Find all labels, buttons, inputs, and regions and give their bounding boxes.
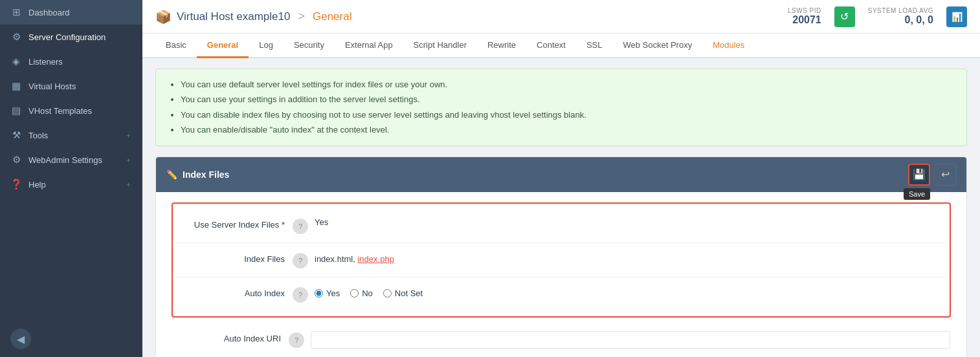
- sidebar-item-label: Tools: [28, 131, 48, 140]
- save-button[interactable]: 💾: [908, 164, 930, 186]
- tab-script-handler[interactable]: Script Handler: [403, 34, 477, 58]
- tab-security[interactable]: Security: [284, 34, 335, 58]
- content-area: You can use default server level setting…: [142, 58, 980, 357]
- breadcrumb-subtitle[interactable]: General: [313, 10, 351, 23]
- auto-index-uri-input[interactable]: [311, 331, 950, 349]
- load-block: SYSTEM LOAD AVG 0, 0, 0: [868, 7, 933, 26]
- auto-index-uri-label: Auto Index URI: [172, 331, 289, 343]
- virtual-hosts-icon: ▦: [10, 80, 22, 92]
- highlighted-fields-group: Use Server Index Files * ? Yes Index Fil…: [172, 202, 951, 318]
- info-bullet-2: You can use your settings in addition to…: [181, 92, 955, 107]
- index-html-text: index.html,: [315, 254, 357, 264]
- sidebar-item-tools[interactable]: ⚒ Tools ＋: [0, 123, 142, 147]
- tab-web-socket-proxy[interactable]: Web Socket Proxy: [612, 34, 702, 58]
- auto-index-label: Auto Index: [176, 286, 293, 298]
- auto-index-no-option[interactable]: No: [350, 288, 373, 298]
- refresh-button[interactable]: ↺: [834, 6, 855, 27]
- tools-expand-icon: ＋: [125, 131, 132, 140]
- index-php-link[interactable]: index.php: [357, 254, 394, 264]
- sidebar-item-label: Virtual Hosts: [28, 81, 76, 91]
- auto-index-not-set-radio[interactable]: [383, 289, 392, 298]
- info-bullet-3: You can disable index files by choosing …: [181, 107, 955, 122]
- webadmin-expand-icon: ＋: [125, 155, 132, 165]
- section-title-group: ✏️ Index Files: [166, 169, 229, 180]
- use-server-index-files-help[interactable]: ?: [293, 219, 308, 234]
- tools-icon: ⚒: [10, 129, 22, 141]
- page-title: Virtual Host example10: [177, 10, 290, 23]
- pid-label: LSWS PID: [788, 7, 821, 14]
- tab-log[interactable]: Log: [249, 34, 284, 58]
- undo-button[interactable]: ↩: [934, 164, 956, 186]
- stats-button[interactable]: 📊: [946, 6, 967, 27]
- auto-index-uri-help[interactable]: ?: [289, 332, 304, 348]
- dashboard-icon: ⊞: [10, 6, 22, 18]
- auto-index-help[interactable]: ?: [293, 287, 308, 303]
- info-bullet-4: You can enable/disable "auto index" at t…: [181, 122, 955, 137]
- auto-index-not-set-label: Not Set: [395, 288, 423, 298]
- field-auto-index: Auto Index ? Yes No: [175, 277, 947, 311]
- use-server-index-files-value: Yes: [315, 217, 946, 227]
- use-server-index-files-label: Use Server Index Files *: [176, 217, 293, 230]
- auto-index-value: Yes No Not Set: [315, 286, 946, 298]
- auto-index-radio-group: Yes No Not Set: [315, 286, 946, 298]
- system-stats: LSWS PID 20071 ↺ SYSTEM LOAD AVG 0, 0, 0…: [788, 6, 967, 27]
- help-icon: ❓: [10, 178, 22, 190]
- sidebar-item-label: Server Configuration: [28, 32, 106, 42]
- load-value: 0, 0, 0: [905, 14, 933, 26]
- sidebar-item-label: Listeners: [28, 57, 63, 67]
- sidebar: ⊞ Dashboard ⚙ Server Configuration ◈ Lis…: [0, 0, 142, 357]
- vhost-icon: 📦: [155, 9, 172, 25]
- pid-value: 20071: [792, 14, 821, 26]
- field-index-files: Index Files ? <span style="color:#2c3e50…: [175, 243, 947, 277]
- listeners-icon: ◈: [10, 56, 22, 67]
- tab-basic[interactable]: Basic: [155, 34, 197, 58]
- auto-index-yes-option[interactable]: Yes: [315, 288, 340, 298]
- index-files-help[interactable]: ?: [293, 253, 308, 268]
- info-box: You can use default server level setting…: [155, 69, 967, 146]
- auto-index-uri-value: [311, 331, 950, 349]
- sidebar-item-vhost-templates[interactable]: ▤ VHost Templates: [0, 98, 142, 123]
- auto-index-no-label: No: [362, 288, 373, 298]
- section-title: Index Files: [183, 169, 229, 180]
- sidebar-item-listeners[interactable]: ◈ Listeners: [0, 49, 142, 74]
- form-body: Use Server Index Files * ? Yes Index Fil…: [156, 192, 966, 357]
- load-label: SYSTEM LOAD AVG: [868, 7, 933, 14]
- tab-context[interactable]: Context: [526, 34, 576, 58]
- sidebar-item-virtual-hosts[interactable]: ▦ Virtual Hosts: [0, 74, 142, 98]
- sidebar-item-label: Help: [28, 180, 46, 189]
- info-bullet-1: You can use default server level setting…: [181, 77, 955, 92]
- pid-block: LSWS PID 20071: [788, 7, 821, 26]
- topbar: 📦 Virtual Host example10 > General LSWS …: [142, 0, 980, 34]
- vhost-templates-icon: ▤: [10, 105, 22, 116]
- main-content: 📦 Virtual Host example10 > General LSWS …: [142, 0, 980, 357]
- breadcrumb: 📦 Virtual Host example10 > General: [155, 9, 351, 25]
- help-expand-icon: ＋: [125, 180, 132, 189]
- sidebar-item-dashboard[interactable]: ⊞ Dashboard: [0, 0, 142, 25]
- tab-rewrite[interactable]: Rewrite: [477, 34, 526, 58]
- breadcrumb-sep: >: [298, 10, 305, 23]
- field-use-server-index-files: Use Server Index Files * ? Yes: [175, 209, 947, 243]
- sidebar-item-webadmin-settings[interactable]: ⚙ WebAdmin Settings ＋: [0, 147, 142, 172]
- tab-external-app[interactable]: External App: [335, 34, 403, 58]
- collapse-sidebar-button[interactable]: ◀: [10, 329, 31, 349]
- auto-index-not-set-option[interactable]: Not Set: [383, 288, 423, 298]
- server-config-icon: ⚙: [10, 31, 22, 43]
- sidebar-item-help[interactable]: ❓ Help ＋: [0, 172, 142, 197]
- auto-index-yes-label: Yes: [326, 288, 340, 298]
- section-header: ✏️ Index Files 💾 Save ↩: [156, 157, 966, 192]
- edit-icon: ✏️: [166, 169, 177, 180]
- tab-modules[interactable]: Modules: [702, 34, 755, 58]
- auto-index-no-radio[interactable]: [350, 289, 359, 298]
- save-button-wrapper: 💾 Save: [908, 164, 930, 186]
- field-auto-index-uri: Auto Index URI ?: [172, 323, 951, 357]
- tabbar: Basic General Log Security External App …: [142, 34, 980, 58]
- tab-general[interactable]: General: [197, 34, 249, 58]
- tab-ssl[interactable]: SSL: [576, 34, 613, 58]
- sidebar-item-label: WebAdmin Settings: [28, 155, 102, 165]
- index-files-display: index.html, index.php: [315, 254, 946, 264]
- sidebar-item-server-configuration[interactable]: ⚙ Server Configuration: [0, 25, 142, 49]
- sidebar-item-label: Dashboard: [28, 8, 70, 17]
- auto-index-yes-radio[interactable]: [315, 289, 323, 298]
- index-files-value: <span style="color:#2c3e50;">index.html,…: [315, 252, 946, 264]
- webadmin-icon: ⚙: [10, 154, 22, 166]
